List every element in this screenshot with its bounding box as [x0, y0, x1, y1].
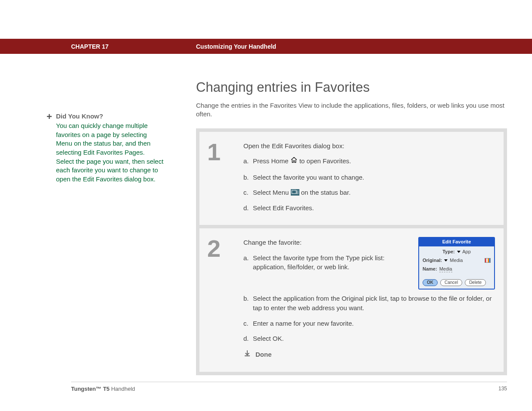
substep-a: a. Select the favorite type from the Typ…	[243, 253, 408, 272]
substep-text: Select Menu on the status bar.	[253, 188, 495, 197]
home-icon	[290, 156, 298, 166]
chapter-title: Customizing Your Handheld	[196, 43, 276, 50]
substep-d: d. Select Edit Favorites.	[243, 203, 495, 213]
substep-letter: a.	[243, 156, 253, 166]
substep-text: Select the favorite you want to change.	[253, 173, 495, 182]
name-row: Name: Media	[423, 266, 491, 273]
menu-icon	[291, 189, 299, 196]
step-number: 2	[205, 238, 243, 360]
original-label: Original:	[423, 258, 442, 263]
step2-row: Change the favorite: a. Select the favor…	[243, 238, 495, 290]
type-value: App	[462, 249, 471, 254]
dropdown-icon[interactable]	[457, 251, 460, 253]
substep-b: b. Select the favorite you want to chang…	[243, 173, 495, 182]
dropdown-icon[interactable]	[444, 259, 448, 262]
step-number: 1	[205, 141, 243, 213]
dialog-buttons: OK Cancel Delete	[419, 277, 494, 289]
chapter-label: CHAPTER 17	[71, 43, 196, 50]
name-label: Name:	[423, 266, 437, 271]
done-arrow-icon	[243, 349, 251, 360]
sidebar: + Did You Know? You can quickly change m…	[0, 80, 181, 375]
name-field[interactable]: Media	[439, 266, 452, 272]
dialog-title: Edit Favorite	[419, 238, 494, 246]
substep-text: Enter a name for your new favorite.	[253, 319, 495, 328]
page-title: Changing entries in Favorites	[196, 80, 507, 95]
plus-icon: +	[47, 111, 154, 122]
step-content: Open the Edit Favorites dialog box: a. P…	[243, 141, 495, 213]
substep-text: Select OK.	[253, 334, 495, 343]
app-icon	[485, 258, 491, 263]
step-1: 1 Open the Edit Favorites dialog box: a.…	[199, 132, 504, 225]
header-bar: CHAPTER 17 Customizing Your Handheld	[0, 39, 532, 54]
step2-text: Change the favorite: a. Select the favor…	[243, 238, 408, 290]
delete-button[interactable]: Delete	[465, 279, 486, 286]
substep-text: Select Edit Favorites.	[253, 203, 495, 213]
substep-letter: a.	[243, 253, 253, 272]
substep-letter: c.	[243, 188, 253, 197]
ok-button[interactable]: OK	[423, 279, 438, 286]
substep-a: a. Press Home to open Favorites.	[243, 156, 495, 166]
substep-c: c. Enter a name for your new favorite.	[243, 319, 495, 328]
footer: Tungsten™ T5 Handheld 135	[71, 382, 507, 392]
substep-c: c. Select Menu on the status bar.	[243, 188, 495, 197]
substep-b: b. Select the application from the Origi…	[243, 294, 495, 313]
step-lead: Open the Edit Favorites dialog box:	[243, 141, 495, 151]
main-content: Changing entries in Favorites Change the…	[181, 80, 532, 375]
substep-d: d. Select OK.	[243, 334, 495, 343]
cancel-button[interactable]: Cancel	[440, 279, 462, 286]
type-label: Type:	[442, 249, 455, 254]
substep-letter: c.	[243, 319, 253, 328]
original-value: Media	[450, 258, 463, 263]
substep-text: Select the favorite type from the Type p…	[253, 253, 408, 272]
step-lead: Change the favorite:	[243, 238, 408, 247]
intro-text: Change the entries in the Favorites View…	[196, 101, 507, 119]
substep-letter: d.	[243, 334, 253, 343]
did-you-know-body: You can quickly change multiple favorite…	[56, 121, 164, 184]
step-content: Change the favorite: a. Select the favor…	[243, 238, 495, 360]
edit-favorite-dialog: Edit Favorite Type: App Original:	[418, 237, 495, 290]
substep-letter: b.	[243, 294, 253, 313]
page-number: 135	[498, 386, 507, 392]
page-body: + Did You Know? You can quickly change m…	[0, 54, 532, 375]
done-label: Done	[255, 350, 272, 359]
dialog-body: Type: App Original: Media	[419, 246, 494, 277]
substep-text: Press Home to open Favorites.	[253, 156, 495, 166]
done-row: Done	[243, 349, 495, 360]
substep-letter: b.	[243, 173, 253, 182]
steps-container: 1 Open the Edit Favorites dialog box: a.…	[196, 128, 507, 375]
substep-letter: d.	[243, 203, 253, 213]
footer-product: Tungsten™ T5 Handheld	[71, 386, 135, 392]
type-row: Type: App	[423, 249, 491, 255]
original-row: Original: Media	[423, 257, 491, 264]
substep-text: Select the application from the Original…	[253, 294, 495, 313]
step-2: 2 Change the favorite: a. Select the fav…	[199, 225, 504, 372]
